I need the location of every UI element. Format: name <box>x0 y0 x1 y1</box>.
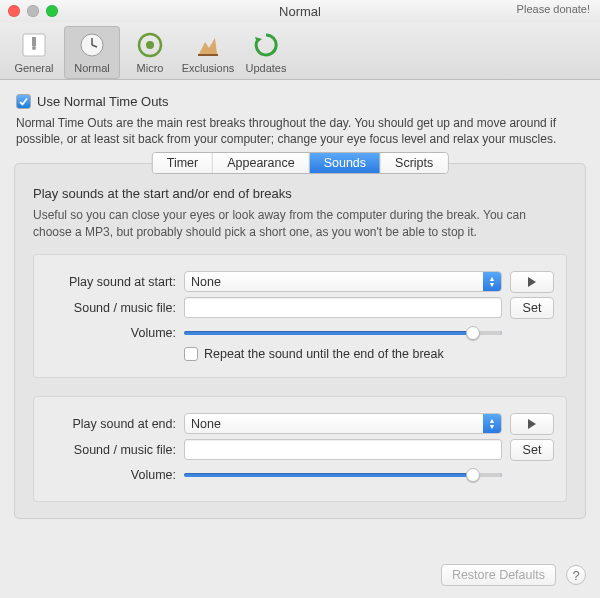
exclusions-icon <box>193 30 223 60</box>
window-title: Normal <box>0 4 600 19</box>
start-set-button[interactable]: Set <box>510 297 554 319</box>
start-volume-slider[interactable] <box>184 323 502 343</box>
play-start-preview-button[interactable] <box>510 271 554 293</box>
close-window-button[interactable] <box>8 5 20 17</box>
footer: Restore Defaults ? <box>441 564 586 586</box>
repeat-sound-label: Repeat the sound until the end of the br… <box>204 347 444 361</box>
start-volume-label: Volume: <box>46 326 176 340</box>
play-start-label: Play sound at start: <box>46 275 176 289</box>
slider-thumb-icon <box>466 468 480 482</box>
preferences-toolbar: General Normal Micro Exclusions Updates <box>0 22 600 80</box>
slider-thumb-icon <box>466 326 480 340</box>
toolbar-item-general[interactable]: General <box>6 26 62 79</box>
end-volume-label: Volume: <box>46 468 176 482</box>
sounds-subtext: Useful so you can close your eyes or loo… <box>33 207 567 239</box>
sounds-heading: Play sounds at the start and/or end of b… <box>33 186 567 201</box>
end-file-label: Sound / music file: <box>46 443 176 457</box>
help-button[interactable]: ? <box>566 565 586 585</box>
svg-point-2 <box>32 46 36 50</box>
start-file-field[interactable] <box>184 297 502 318</box>
tab-bar: Timer Appearance Sounds Scripts <box>152 152 449 174</box>
content-area: Use Normal Time Outs Normal Time Outs ar… <box>0 80 600 519</box>
restore-defaults-button[interactable]: Restore Defaults <box>441 564 556 586</box>
use-normal-checkbox[interactable] <box>16 94 31 109</box>
play-icon <box>528 277 536 287</box>
toolbar-label: General <box>6 62 62 74</box>
titlebar: Normal Please donate! <box>0 0 600 22</box>
sound-end-group: Play sound at end: None ▲▼ Sound / music… <box>33 396 567 502</box>
end-set-button[interactable]: Set <box>510 439 554 461</box>
end-file-field[interactable] <box>184 439 502 460</box>
end-volume-slider[interactable] <box>184 465 502 485</box>
tab-sounds[interactable]: Sounds <box>310 153 381 173</box>
play-start-select[interactable]: None ▲▼ <box>184 271 502 292</box>
toolbar-label: Updates <box>238 62 294 74</box>
micro-icon <box>135 30 165 60</box>
up-down-arrows-icon: ▲▼ <box>483 414 501 433</box>
use-normal-label: Use Normal Time Outs <box>37 94 168 109</box>
toolbar-item-micro[interactable]: Micro <box>122 26 178 79</box>
switch-icon <box>19 30 49 60</box>
toolbar-label: Micro <box>122 62 178 74</box>
play-end-value: None <box>191 417 221 431</box>
clock-icon <box>77 30 107 60</box>
normal-description: Normal Time Outs are the main rest break… <box>16 115 584 147</box>
tab-panel: Timer Appearance Sounds Scripts Play sou… <box>14 163 586 518</box>
tab-appearance[interactable]: Appearance <box>213 153 309 173</box>
toolbar-item-exclusions[interactable]: Exclusions <box>180 26 236 79</box>
sound-start-group: Play sound at start: None ▲▼ Sound / mus… <box>33 254 567 378</box>
toolbar-item-updates[interactable]: Updates <box>238 26 294 79</box>
minimize-window-button[interactable] <box>27 5 39 17</box>
toolbar-label: Normal <box>64 62 120 74</box>
tab-timer[interactable]: Timer <box>153 153 213 173</box>
up-down-arrows-icon: ▲▼ <box>483 272 501 291</box>
svg-rect-8 <box>198 54 218 56</box>
use-normal-row: Use Normal Time Outs <box>16 94 586 109</box>
toolbar-label: Exclusions <box>180 62 236 74</box>
play-start-value: None <box>191 275 221 289</box>
toolbar-item-normal[interactable]: Normal <box>64 26 120 79</box>
window-controls <box>8 5 58 17</box>
play-end-select[interactable]: None ▲▼ <box>184 413 502 434</box>
play-end-preview-button[interactable] <box>510 413 554 435</box>
zoom-window-button[interactable] <box>46 5 58 17</box>
play-end-label: Play sound at end: <box>46 417 176 431</box>
svg-point-7 <box>146 41 154 49</box>
svg-rect-1 <box>32 37 36 46</box>
donate-link[interactable]: Please donate! <box>517 3 590 15</box>
play-icon <box>528 419 536 429</box>
sounds-pane: Play sounds at the start and/or end of b… <box>15 164 585 501</box>
tab-scripts[interactable]: Scripts <box>381 153 447 173</box>
start-file-label: Sound / music file: <box>46 301 176 315</box>
updates-icon <box>251 30 281 60</box>
repeat-sound-checkbox[interactable] <box>184 347 198 361</box>
